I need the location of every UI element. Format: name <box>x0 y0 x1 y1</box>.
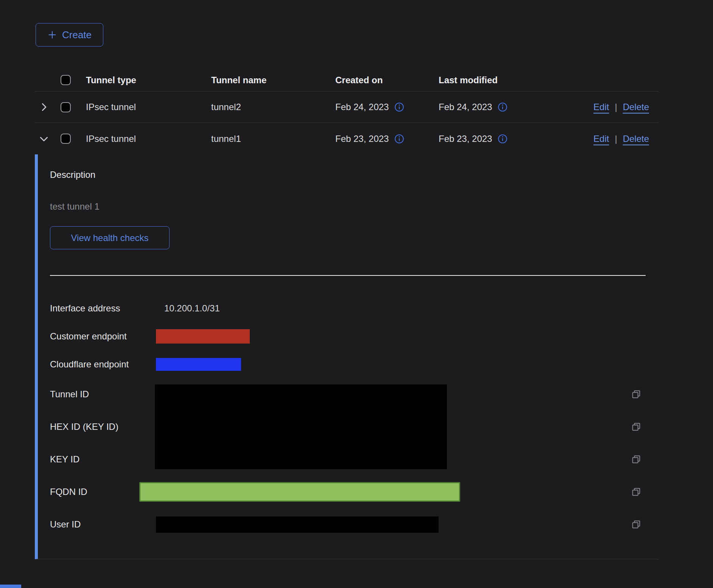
copy-icon <box>631 389 641 400</box>
select-all-checkbox[interactable] <box>61 75 71 85</box>
customer-endpoint-label: Customer endpoint <box>50 331 156 342</box>
tunnel-type-cell: IPsec tunnel <box>78 134 203 144</box>
key-id-row: KEY ID <box>50 443 659 476</box>
copy-button[interactable] <box>631 487 641 497</box>
user-id-redacted-value <box>156 516 439 533</box>
row-checkbox[interactable] <box>61 102 71 112</box>
table-header: Tunnel type Tunnel name Created on Last … <box>35 69 659 92</box>
tunnels-page: Create Tunnel type Tunnel name Created o… <box>0 0 713 588</box>
column-header-created-on: Created on <box>327 75 431 86</box>
hex-id-row: HEX ID (KEY ID) <box>50 411 659 443</box>
create-button[interactable]: Create <box>36 23 103 47</box>
edit-link[interactable]: Edit <box>593 134 609 144</box>
expand-row-button[interactable] <box>35 101 53 113</box>
last-modified-cell: Feb 23, 2023 <box>439 134 492 144</box>
collapse-row-button[interactable] <box>35 133 53 145</box>
column-header-tunnel-type: Tunnel type <box>78 75 203 86</box>
tunnel-detail-panel: Description test tunnel 1 View health ch… <box>35 154 659 559</box>
chevron-down-icon <box>38 133 50 145</box>
action-separator: | <box>615 134 617 144</box>
plus-icon <box>47 30 57 40</box>
column-header-last-modified: Last modified <box>431 75 545 86</box>
copy-button[interactable] <box>631 454 641 465</box>
fqdn-id-row: FQDN ID <box>50 476 659 508</box>
tunnel-name-cell: tunnel2 <box>203 102 327 112</box>
table-row: IPsec tunnel tunnel1 Feb 23, 2023 Feb 23… <box>35 123 659 154</box>
copy-icon <box>631 487 641 497</box>
table-row: IPsec tunnel tunnel2 Feb 24, 2023 Feb 24… <box>35 92 659 123</box>
chevron-right-icon <box>38 101 50 113</box>
cloudflare-endpoint-redacted-value <box>156 358 241 371</box>
delete-link[interactable]: Delete <box>623 102 649 112</box>
tunnel-name-cell: tunnel1 <box>203 134 327 144</box>
action-separator: | <box>615 102 617 112</box>
copy-button[interactable] <box>631 519 641 530</box>
user-id-row: User ID <box>50 508 659 541</box>
copy-button[interactable] <box>631 389 641 400</box>
edit-link[interactable]: Edit <box>593 102 609 112</box>
bottom-left-accent <box>0 585 21 588</box>
copy-icon <box>631 519 641 530</box>
delete-link[interactable]: Delete <box>623 134 649 144</box>
created-on-cell: Feb 24, 2023 <box>335 102 389 112</box>
cloudflare-endpoint-row: Cloudflare endpoint <box>50 355 659 373</box>
section-divider <box>50 275 646 276</box>
info-icon[interactable] <box>498 102 508 112</box>
customer-endpoint-row: Customer endpoint <box>50 327 659 345</box>
interface-address-label: Interface address <box>50 303 156 314</box>
id-fields-group: Tunnel ID HEX ID (KEY ID) KEY ID <box>50 378 659 476</box>
info-icon[interactable] <box>498 134 508 144</box>
fqdn-id-redacted-value <box>139 482 460 502</box>
view-health-checks-button[interactable]: View health checks <box>50 226 170 249</box>
created-on-cell: Feb 23, 2023 <box>335 134 389 144</box>
customer-endpoint-redacted-value <box>156 329 250 344</box>
tunnel-type-cell: IPsec tunnel <box>78 102 203 112</box>
description-label: Description <box>50 154 659 180</box>
copy-icon <box>631 422 641 432</box>
column-header-tunnel-name: Tunnel name <box>203 75 327 86</box>
info-icon[interactable] <box>394 102 404 112</box>
row-checkbox[interactable] <box>61 134 71 144</box>
hex-id-label: HEX ID (KEY ID) <box>50 422 156 432</box>
tunnel-id-row: Tunnel ID <box>50 378 659 411</box>
description-value: test tunnel 1 <box>50 201 659 212</box>
tunnels-table: Tunnel type Tunnel name Created on Last … <box>35 69 659 559</box>
tunnel-id-label: Tunnel ID <box>50 389 156 400</box>
copy-button[interactable] <box>631 422 641 432</box>
tunnel-fields: Interface address 10.200.1.0/31 Customer… <box>50 299 659 541</box>
last-modified-cell: Feb 24, 2023 <box>439 102 492 112</box>
info-icon[interactable] <box>394 134 404 144</box>
copy-icon <box>631 454 641 465</box>
create-button-label: Create <box>62 29 92 41</box>
user-id-label: User ID <box>50 519 156 530</box>
cloudflare-endpoint-label: Cloudflare endpoint <box>50 359 156 370</box>
interface-address-value: 10.200.1.0/31 <box>156 303 220 314</box>
interface-address-row: Interface address 10.200.1.0/31 <box>50 299 659 317</box>
key-id-label: KEY ID <box>50 454 156 465</box>
